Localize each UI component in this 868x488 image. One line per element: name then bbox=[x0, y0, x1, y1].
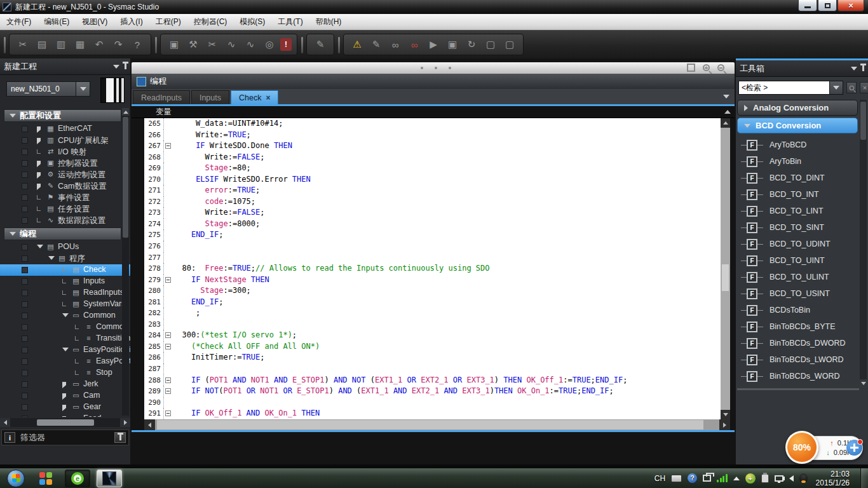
expand-arrow-icon[interactable] bbox=[62, 348, 69, 351]
antivirus-icon[interactable]: + bbox=[745, 473, 756, 484]
code-line-272[interactable]: 272 code:=1075; bbox=[144, 196, 721, 208]
qq-icon[interactable] bbox=[799, 473, 808, 483]
scroll-down-button[interactable] bbox=[860, 379, 867, 387]
cancel-build-icon[interactable]: ✂ bbox=[204, 36, 220, 53]
start-button[interactable] bbox=[5, 469, 27, 488]
code-line-275[interactable]: 275 END_IF; bbox=[144, 229, 721, 241]
expand-arrow-icon[interactable] bbox=[62, 382, 66, 388]
abort-icon[interactable]: ! bbox=[280, 38, 292, 51]
close-button[interactable]: × bbox=[837, 0, 864, 11]
taskbar-app-browser[interactable]: e bbox=[65, 470, 90, 487]
tree-item-SystemVars[interactable]: ▤SystemVars bbox=[0, 299, 130, 310]
code-line-283[interactable]: 283 bbox=[144, 319, 721, 330]
collapse-variables-icon[interactable] bbox=[724, 110, 731, 114]
synchronize-icon[interactable]: ↻ bbox=[463, 36, 480, 53]
scroll-left-button[interactable] bbox=[0, 418, 10, 427]
code-line-287[interactable]: 287 bbox=[144, 363, 721, 375]
toolbox-scrollbar[interactable] bbox=[860, 100, 867, 387]
check-all-icon[interactable]: ∿ bbox=[242, 36, 259, 53]
tree-scrollbar-thumb[interactable] bbox=[123, 117, 128, 238]
function-item-BCD_TO_ULINT[interactable]: FBCD_TO_ULINT bbox=[741, 269, 863, 285]
clear-search-button[interactable]: × bbox=[860, 82, 868, 93]
menu-item-7[interactable]: 工具(T) bbox=[271, 14, 309, 30]
code-line-288[interactable]: 288 IF (POT1 AND NOT1 AND E_STOP1) AND N… bbox=[144, 375, 721, 386]
expand-arrow-icon[interactable] bbox=[37, 172, 41, 179]
code-line-281[interactable]: 281 END_IF; bbox=[144, 297, 721, 308]
code-line-276[interactable]: 276 bbox=[144, 241, 721, 252]
paste-icon[interactable]: ▥ bbox=[53, 36, 69, 53]
code-line-269[interactable]: 269 Stage:=80; bbox=[144, 163, 721, 174]
function-item-BCD_TO_INT[interactable]: FBCD_TO_INT bbox=[741, 186, 863, 203]
code-line-266[interactable]: 266 Write:=TRUE; bbox=[144, 130, 721, 141]
expand-arrow-icon[interactable] bbox=[37, 184, 41, 190]
code-line-277[interactable]: 277 bbox=[144, 252, 721, 264]
monitor-icon[interactable]: ∞ bbox=[387, 36, 403, 53]
scroll-up-button[interactable] bbox=[721, 118, 730, 128]
taskbar-app-360-manager[interactable] bbox=[33, 470, 58, 487]
code-line-265[interactable]: 265 W_data:=UINT#10#14; bbox=[144, 118, 721, 130]
tree-horizontal-scrollbar[interactable] bbox=[0, 418, 130, 427]
project-window-icon[interactable]: ▣ bbox=[166, 36, 182, 53]
fold-collapse-icon[interactable] bbox=[165, 410, 171, 416]
tab-list-dropdown-icon[interactable] bbox=[723, 95, 729, 98]
scroll-left-button[interactable] bbox=[144, 419, 155, 430]
filter-pin-button[interactable] bbox=[114, 432, 126, 443]
fold-collapse-icon[interactable] bbox=[165, 377, 171, 383]
tree-item-Cam----[interactable]: ✎Cam数据设置 bbox=[0, 180, 130, 192]
function-item-BCD_TO_UDINT[interactable]: FBCD_TO_UDINT bbox=[741, 236, 863, 252]
code-line-271[interactable]: 271 error:=TRUE; bbox=[144, 185, 721, 196]
panel-menu-icon[interactable] bbox=[113, 65, 119, 69]
code-vertical-scrollbar[interactable] bbox=[721, 118, 730, 419]
function-item-BCD_TO_USINT[interactable]: FBCD_TO_USINT bbox=[741, 285, 863, 302]
toolbox-pin-icon[interactable] bbox=[862, 65, 864, 71]
taskbar-app-sysmac[interactable] bbox=[97, 470, 122, 487]
tree-item-Common[interactable]: ≡Common bbox=[0, 322, 130, 333]
minimize-button[interactable] bbox=[798, 0, 817, 11]
code-line-289[interactable]: 289 IF NOT(POT1 OR NOT1 OR E_STOP1) AND … bbox=[144, 386, 721, 397]
tree-item-POUs[interactable]: ▤POUs bbox=[0, 241, 130, 253]
copy-icon[interactable]: ▤ bbox=[34, 36, 50, 53]
variables-bar[interactable]: 变量 bbox=[132, 106, 735, 118]
menu-item-4[interactable]: 工程(P) bbox=[149, 14, 187, 30]
go-online-icon[interactable]: ⚠ bbox=[349, 36, 365, 53]
expand-arrow-icon[interactable] bbox=[62, 416, 66, 417]
function-item-BCD_TO_SINT[interactable]: FBCD_TO_SINT bbox=[741, 219, 863, 236]
tree-item-EasyPositi[interactable]: ≡EasyPositi bbox=[0, 356, 130, 367]
tree-item-EtherCAT[interactable]: ▦EtherCAT bbox=[0, 123, 130, 135]
toolbox-menu-icon[interactable] bbox=[851, 67, 857, 71]
tree-item-Common[interactable]: ▭Common bbox=[0, 310, 130, 322]
code-line-274[interactable]: 274 Stage:=8000; bbox=[144, 219, 721, 230]
tab-inputs[interactable]: Inputs bbox=[191, 90, 229, 104]
code-line-286[interactable]: 286 InitTimer:=TRUE; bbox=[144, 352, 721, 363]
expand-arrow-icon[interactable] bbox=[48, 256, 55, 260]
menu-item-3[interactable]: 插入(I) bbox=[114, 14, 149, 30]
device-dropdown-button[interactable] bbox=[76, 81, 90, 97]
code-line-285[interactable]: 285 (*Check All OFF and All ON*) bbox=[144, 341, 721, 353]
fold-collapse-icon[interactable] bbox=[165, 344, 171, 349]
code-editor[interactable]: 265 W_data:=UINT#10#14;266 Write:=TRUE;2… bbox=[144, 118, 721, 419]
tree-item-Feed[interactable]: ▭Feed bbox=[0, 413, 130, 417]
accelerate-button[interactable] bbox=[846, 440, 862, 456]
function-item-BinToBCDs_DWORD[interactable]: FBinToBCDs_DWORD bbox=[741, 335, 863, 351]
code-line-291[interactable]: 291 IF OK_Off_1 AND OK_On_1 THEN bbox=[144, 408, 721, 419]
search-button[interactable] bbox=[846, 82, 857, 93]
function-item-BCDsToBin[interactable]: FBCDsToBin bbox=[741, 302, 863, 318]
tree-item---[interactable]: ▤程序 bbox=[0, 253, 130, 264]
editor-caption-bar[interactable] bbox=[132, 62, 735, 74]
menu-item-1[interactable]: 编辑(E) bbox=[37, 14, 76, 30]
tree-item-ReadInputs[interactable]: ▤ReadInputs bbox=[0, 287, 130, 299]
fold-collapse-icon[interactable] bbox=[165, 388, 171, 394]
memory-percent-badge[interactable]: 80% bbox=[785, 431, 818, 464]
restore-button[interactable] bbox=[818, 0, 837, 11]
program-mode-icon[interactable]: ▣ bbox=[444, 36, 461, 53]
window-tray-icon[interactable] bbox=[703, 475, 711, 482]
transfer-to-icon[interactable]: ▢ bbox=[482, 36, 499, 53]
tree-item-------[interactable]: ∿数据跟踪设置 bbox=[0, 215, 130, 226]
tree-item-Cam[interactable]: ▭Cam bbox=[0, 390, 130, 402]
tree-item------[interactable]: ▣控制器设置 bbox=[0, 158, 130, 169]
expand-arrow-icon[interactable] bbox=[37, 126, 41, 133]
tree-item-----[interactable]: ⚑事件设置 bbox=[0, 192, 130, 203]
scroll-right-button[interactable] bbox=[120, 418, 130, 427]
help-icon[interactable]: ? bbox=[129, 36, 146, 53]
variable-edit-icon[interactable]: ✎ bbox=[312, 36, 329, 53]
